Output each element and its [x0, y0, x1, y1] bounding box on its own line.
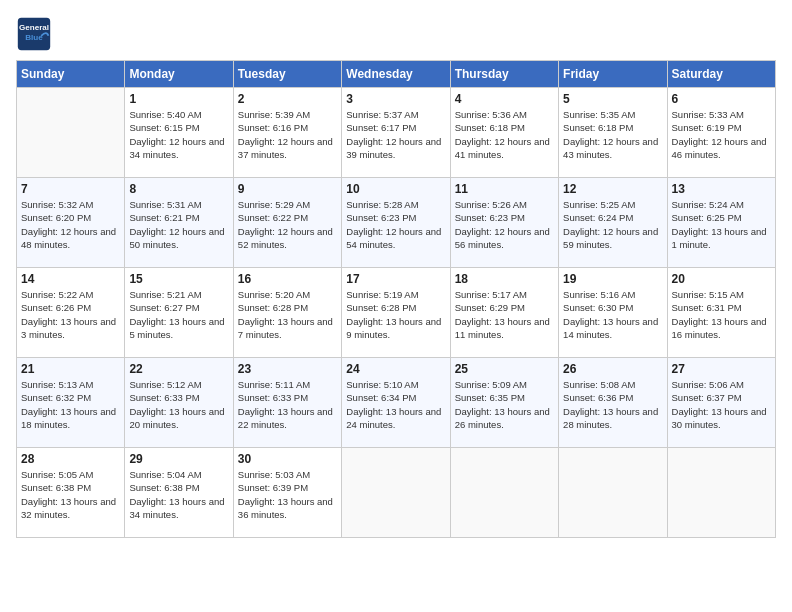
weekday-sunday: Sunday [17, 61, 125, 88]
day-cell: 22Sunrise: 5:12 AMSunset: 6:33 PMDayligh… [125, 358, 233, 448]
week-row-3: 14Sunrise: 5:22 AMSunset: 6:26 PMDayligh… [17, 268, 776, 358]
day-cell: 13Sunrise: 5:24 AMSunset: 6:25 PMDayligh… [667, 178, 775, 268]
day-number: 7 [21, 182, 120, 196]
day-cell: 29Sunrise: 5:04 AMSunset: 6:38 PMDayligh… [125, 448, 233, 538]
calendar-table: SundayMondayTuesdayWednesdayThursdayFrid… [16, 60, 776, 538]
weekday-header-row: SundayMondayTuesdayWednesdayThursdayFrid… [17, 61, 776, 88]
day-number: 18 [455, 272, 554, 286]
day-info: Sunrise: 5:22 AMSunset: 6:26 PMDaylight:… [21, 288, 120, 341]
day-info: Sunrise: 5:25 AMSunset: 6:24 PMDaylight:… [563, 198, 662, 251]
day-info: Sunrise: 5:31 AMSunset: 6:21 PMDaylight:… [129, 198, 228, 251]
day-cell: 10Sunrise: 5:28 AMSunset: 6:23 PMDayligh… [342, 178, 450, 268]
day-cell: 2Sunrise: 5:39 AMSunset: 6:16 PMDaylight… [233, 88, 341, 178]
day-number: 11 [455, 182, 554, 196]
day-number: 21 [21, 362, 120, 376]
day-cell: 9Sunrise: 5:29 AMSunset: 6:22 PMDaylight… [233, 178, 341, 268]
day-info: Sunrise: 5:20 AMSunset: 6:28 PMDaylight:… [238, 288, 337, 341]
day-info: Sunrise: 5:33 AMSunset: 6:19 PMDaylight:… [672, 108, 771, 161]
svg-text:Blue: Blue [25, 33, 43, 42]
day-number: 2 [238, 92, 337, 106]
logo-icon: General Blue [16, 16, 52, 52]
day-info: Sunrise: 5:26 AMSunset: 6:23 PMDaylight:… [455, 198, 554, 251]
day-number: 30 [238, 452, 337, 466]
day-number: 24 [346, 362, 445, 376]
day-number: 10 [346, 182, 445, 196]
weekday-thursday: Thursday [450, 61, 558, 88]
day-number: 17 [346, 272, 445, 286]
day-info: Sunrise: 5:08 AMSunset: 6:36 PMDaylight:… [563, 378, 662, 431]
logo: General Blue [16, 16, 56, 52]
weekday-wednesday: Wednesday [342, 61, 450, 88]
day-number: 26 [563, 362, 662, 376]
day-number: 16 [238, 272, 337, 286]
day-cell: 5Sunrise: 5:35 AMSunset: 6:18 PMDaylight… [559, 88, 667, 178]
day-cell: 4Sunrise: 5:36 AMSunset: 6:18 PMDaylight… [450, 88, 558, 178]
day-number: 19 [563, 272, 662, 286]
day-number: 28 [21, 452, 120, 466]
day-info: Sunrise: 5:40 AMSunset: 6:15 PMDaylight:… [129, 108, 228, 161]
day-number: 22 [129, 362, 228, 376]
svg-text:General: General [19, 23, 49, 32]
day-info: Sunrise: 5:17 AMSunset: 6:29 PMDaylight:… [455, 288, 554, 341]
day-cell: 12Sunrise: 5:25 AMSunset: 6:24 PMDayligh… [559, 178, 667, 268]
day-cell: 14Sunrise: 5:22 AMSunset: 6:26 PMDayligh… [17, 268, 125, 358]
day-info: Sunrise: 5:06 AMSunset: 6:37 PMDaylight:… [672, 378, 771, 431]
day-number: 23 [238, 362, 337, 376]
week-row-2: 7Sunrise: 5:32 AMSunset: 6:20 PMDaylight… [17, 178, 776, 268]
day-info: Sunrise: 5:24 AMSunset: 6:25 PMDaylight:… [672, 198, 771, 251]
day-number: 6 [672, 92, 771, 106]
day-info: Sunrise: 5:39 AMSunset: 6:16 PMDaylight:… [238, 108, 337, 161]
day-number: 13 [672, 182, 771, 196]
day-info: Sunrise: 5:03 AMSunset: 6:39 PMDaylight:… [238, 468, 337, 521]
day-info: Sunrise: 5:10 AMSunset: 6:34 PMDaylight:… [346, 378, 445, 431]
day-cell: 24Sunrise: 5:10 AMSunset: 6:34 PMDayligh… [342, 358, 450, 448]
week-row-1: 1Sunrise: 5:40 AMSunset: 6:15 PMDaylight… [17, 88, 776, 178]
day-info: Sunrise: 5:09 AMSunset: 6:35 PMDaylight:… [455, 378, 554, 431]
day-cell: 26Sunrise: 5:08 AMSunset: 6:36 PMDayligh… [559, 358, 667, 448]
day-number: 20 [672, 272, 771, 286]
day-cell [342, 448, 450, 538]
day-info: Sunrise: 5:32 AMSunset: 6:20 PMDaylight:… [21, 198, 120, 251]
day-cell: 16Sunrise: 5:20 AMSunset: 6:28 PMDayligh… [233, 268, 341, 358]
day-cell [667, 448, 775, 538]
day-info: Sunrise: 5:15 AMSunset: 6:31 PMDaylight:… [672, 288, 771, 341]
day-cell: 7Sunrise: 5:32 AMSunset: 6:20 PMDaylight… [17, 178, 125, 268]
page-header: General Blue [16, 16, 776, 52]
week-row-5: 28Sunrise: 5:05 AMSunset: 6:38 PMDayligh… [17, 448, 776, 538]
day-cell: 11Sunrise: 5:26 AMSunset: 6:23 PMDayligh… [450, 178, 558, 268]
day-number: 12 [563, 182, 662, 196]
day-info: Sunrise: 5:04 AMSunset: 6:38 PMDaylight:… [129, 468, 228, 521]
day-info: Sunrise: 5:28 AMSunset: 6:23 PMDaylight:… [346, 198, 445, 251]
day-cell: 23Sunrise: 5:11 AMSunset: 6:33 PMDayligh… [233, 358, 341, 448]
day-info: Sunrise: 5:35 AMSunset: 6:18 PMDaylight:… [563, 108, 662, 161]
calendar-body: 1Sunrise: 5:40 AMSunset: 6:15 PMDaylight… [17, 88, 776, 538]
day-number: 15 [129, 272, 228, 286]
week-row-4: 21Sunrise: 5:13 AMSunset: 6:32 PMDayligh… [17, 358, 776, 448]
day-number: 5 [563, 92, 662, 106]
day-info: Sunrise: 5:19 AMSunset: 6:28 PMDaylight:… [346, 288, 445, 341]
day-number: 25 [455, 362, 554, 376]
day-cell: 6Sunrise: 5:33 AMSunset: 6:19 PMDaylight… [667, 88, 775, 178]
day-number: 3 [346, 92, 445, 106]
day-cell: 3Sunrise: 5:37 AMSunset: 6:17 PMDaylight… [342, 88, 450, 178]
day-cell: 27Sunrise: 5:06 AMSunset: 6:37 PMDayligh… [667, 358, 775, 448]
day-cell: 28Sunrise: 5:05 AMSunset: 6:38 PMDayligh… [17, 448, 125, 538]
day-cell: 21Sunrise: 5:13 AMSunset: 6:32 PMDayligh… [17, 358, 125, 448]
day-info: Sunrise: 5:29 AMSunset: 6:22 PMDaylight:… [238, 198, 337, 251]
day-number: 14 [21, 272, 120, 286]
day-number: 27 [672, 362, 771, 376]
day-info: Sunrise: 5:12 AMSunset: 6:33 PMDaylight:… [129, 378, 228, 431]
weekday-friday: Friday [559, 61, 667, 88]
weekday-monday: Monday [125, 61, 233, 88]
day-cell [17, 88, 125, 178]
day-cell: 15Sunrise: 5:21 AMSunset: 6:27 PMDayligh… [125, 268, 233, 358]
day-info: Sunrise: 5:05 AMSunset: 6:38 PMDaylight:… [21, 468, 120, 521]
day-info: Sunrise: 5:13 AMSunset: 6:32 PMDaylight:… [21, 378, 120, 431]
day-cell: 19Sunrise: 5:16 AMSunset: 6:30 PMDayligh… [559, 268, 667, 358]
day-info: Sunrise: 5:36 AMSunset: 6:18 PMDaylight:… [455, 108, 554, 161]
day-number: 29 [129, 452, 228, 466]
day-number: 4 [455, 92, 554, 106]
weekday-tuesday: Tuesday [233, 61, 341, 88]
day-info: Sunrise: 5:16 AMSunset: 6:30 PMDaylight:… [563, 288, 662, 341]
day-cell: 30Sunrise: 5:03 AMSunset: 6:39 PMDayligh… [233, 448, 341, 538]
